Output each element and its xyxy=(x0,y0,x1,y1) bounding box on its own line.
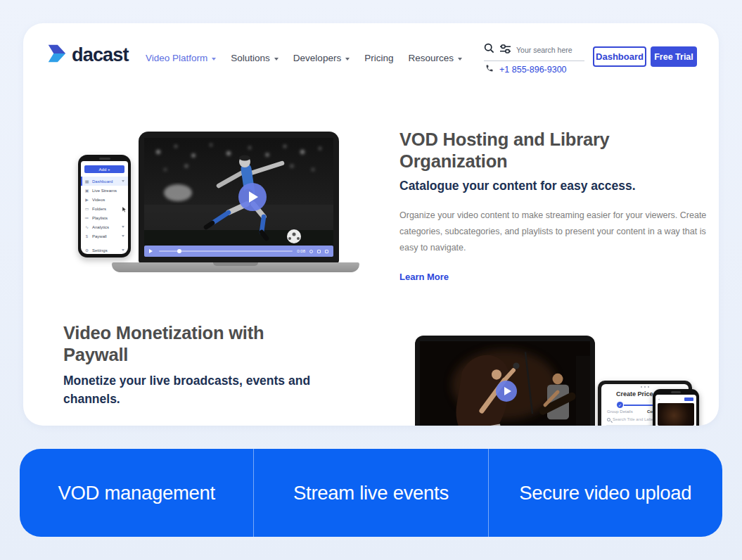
video-icon: ▶ xyxy=(84,198,89,202)
chevron-down-icon xyxy=(122,180,124,182)
nav-label: Solutions xyxy=(231,53,270,63)
nav-resources[interactable]: Resources xyxy=(408,53,462,63)
main-nav: Video Platform Solutions Developers Pric… xyxy=(146,53,462,63)
analytics-icon: ∿ xyxy=(84,225,89,229)
chevron-down-icon xyxy=(274,58,279,61)
free-trial-button[interactable]: Free Trial xyxy=(651,46,697,67)
section-title: Video Monetization with Paywall xyxy=(63,322,306,366)
action-pill xyxy=(684,397,693,401)
step-1-circle: ✓ xyxy=(617,402,623,408)
camera-icon: ▣ xyxy=(84,189,89,193)
menu-item-settings: ⚙ Settings xyxy=(81,246,128,254)
add-button: Add + xyxy=(84,165,124,173)
chevron-down-icon xyxy=(345,58,350,61)
cursor-pointer-icon xyxy=(122,206,127,213)
play-button-overlay xyxy=(238,183,267,211)
video-player-controls: 0:08 xyxy=(144,246,333,257)
search-bar[interactable] xyxy=(484,43,584,61)
menu-label: Playlists xyxy=(92,216,108,220)
step-1-label: Group Details xyxy=(607,409,633,414)
nav-label: Developers xyxy=(293,53,341,63)
phone-mockup-video: ‹ xyxy=(653,389,699,426)
section-subtitle: Catalogue your content for easy access. xyxy=(399,179,714,193)
page: dacast Video Platform Solutions Develope… xyxy=(0,0,742,560)
filter-sliders-icon[interactable] xyxy=(499,44,511,56)
menu-dots-icon xyxy=(601,386,689,388)
video-thumbnail xyxy=(658,403,694,426)
search-icon[interactable] xyxy=(484,43,494,56)
volume-icon xyxy=(309,250,313,253)
nav-solutions[interactable]: Solutions xyxy=(231,53,279,63)
search-icon xyxy=(607,418,610,421)
back-icon: ‹ xyxy=(658,397,660,401)
gear-icon: ⚙ xyxy=(84,248,89,253)
menu-label: Folders xyxy=(92,207,106,211)
paywall-icon: $ xyxy=(84,234,89,238)
search-input[interactable] xyxy=(516,46,575,54)
monetization-section: Video Monetization with Paywall Monetize… xyxy=(63,322,334,408)
menu-label: Dashboard xyxy=(92,179,113,184)
fullscreen-icon xyxy=(325,250,328,253)
feature-bar: VOD management Stream live events Secure… xyxy=(20,449,722,537)
dashboard-screen: Add + ▦ Dashboard ▣ Live Streams ▶ Video… xyxy=(81,161,128,254)
menu-label: Settings xyxy=(92,248,108,253)
video-detail-screen: ‹ xyxy=(655,395,696,426)
dashboard-icon: ▦ xyxy=(84,179,89,184)
playlist-icon: ≔ xyxy=(84,216,89,220)
dacast-logo-icon xyxy=(46,44,67,66)
chevron-down-icon xyxy=(122,249,124,251)
nav-pricing[interactable]: Pricing xyxy=(364,53,393,63)
chevron-down-icon xyxy=(212,58,216,61)
phone-number: +1 855-896-9300 xyxy=(499,65,567,75)
play-icon xyxy=(149,249,155,253)
play-button-overlay xyxy=(496,381,517,402)
vod-hosting-section: VOD Hosting and Library Organization Cat… xyxy=(399,129,714,283)
phone-contact[interactable]: +1 855-896-9300 xyxy=(485,64,567,75)
section-subtitle: Monetize your live broadcasts, events an… xyxy=(63,371,327,408)
nav-label: Resources xyxy=(408,53,454,63)
chevron-down-icon xyxy=(122,226,124,228)
feature-stream-live-events[interactable]: Stream live events xyxy=(253,449,487,537)
screen-topbar: ‹ xyxy=(655,395,696,401)
feature-secure-video-upload[interactable]: Secure video upload xyxy=(488,449,722,537)
section-body: Organize your video content to make stre… xyxy=(399,208,714,256)
menu-item-videos: ▶ Videos xyxy=(81,195,128,204)
menu-item-playlists: ≔ Playlists xyxy=(81,213,128,222)
chevron-down-icon xyxy=(458,58,462,61)
folder-icon: ▭ xyxy=(84,207,89,211)
nav-label: Pricing xyxy=(364,53,393,63)
menu-item-live-streams: ▣ Live Streams xyxy=(81,186,128,195)
phone-speaker xyxy=(671,391,681,393)
phone-speaker xyxy=(99,158,110,160)
menu-item-analytics: ∿ Analytics xyxy=(81,222,128,231)
section-title: VOD Hosting and Library Organization xyxy=(399,129,647,172)
menu-label: Paywall xyxy=(92,234,107,238)
menu-label: Videos xyxy=(92,198,105,202)
nav-label: Video Platform xyxy=(146,53,207,63)
menu-label: Live Streams xyxy=(92,189,117,193)
progress-bar xyxy=(159,250,293,253)
dashboard-button[interactable]: Dashboard xyxy=(593,46,646,67)
logo-text: dacast xyxy=(72,44,129,66)
phone-icon xyxy=(485,64,494,75)
dacast-logo[interactable]: dacast xyxy=(46,44,129,66)
learn-more-link[interactable]: Learn More xyxy=(399,272,449,282)
phone-mockup-dashboard: Add + ▦ Dashboard ▣ Live Streams ▶ Video… xyxy=(78,155,131,257)
feature-vod-management[interactable]: VOD management xyxy=(20,449,253,537)
menu-label: Analytics xyxy=(92,225,109,229)
video-time: 0:08 xyxy=(297,249,305,253)
nav-developers[interactable]: Developers xyxy=(293,53,350,63)
nav-video-platform[interactable]: Video Platform xyxy=(146,53,216,63)
main-card: dacast Video Platform Solutions Develope… xyxy=(23,23,719,426)
laptop-base xyxy=(112,262,359,272)
menu-item-paywall: $ Paywall xyxy=(81,231,128,241)
menu-item-dashboard: ▦ Dashboard xyxy=(81,177,128,186)
chevron-down-icon xyxy=(122,235,124,237)
menu-item-folders: ▭ Folders xyxy=(81,204,128,213)
settings-icon xyxy=(317,250,321,253)
